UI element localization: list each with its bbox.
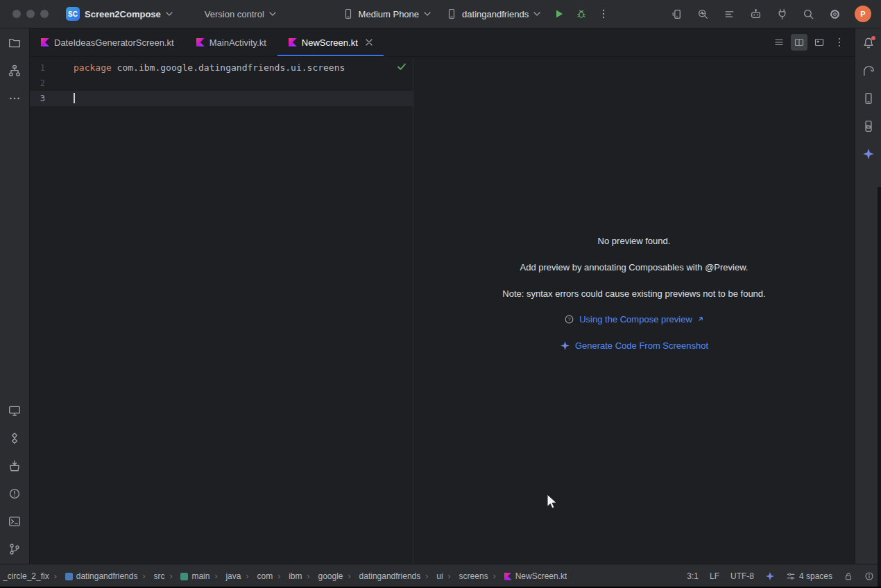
run-configuration-name: datingandfriends bbox=[462, 9, 529, 19]
gemini-tool-button[interactable] bbox=[859, 145, 878, 163]
generate-code-from-screenshot-link[interactable]: Generate Code From Screenshot bbox=[575, 340, 708, 351]
tab-newscreen[interactable]: NewScreen.kt bbox=[277, 28, 384, 56]
project-tool-button[interactable] bbox=[6, 34, 24, 52]
breadcrumb-item[interactable]: ibm bbox=[273, 571, 302, 581]
gemini-assistant-icon bbox=[750, 8, 762, 20]
device-selector[interactable]: Medium Phone bbox=[336, 3, 437, 24]
structure-icon bbox=[8, 64, 21, 77]
minimize-window-button[interactable] bbox=[26, 10, 35, 18]
user-avatar[interactable]: P bbox=[855, 6, 871, 22]
more-tool-windows-button[interactable] bbox=[6, 89, 24, 107]
close-window-button[interactable] bbox=[12, 10, 21, 18]
breadcrumb-item[interactable]: datingandfriends bbox=[49, 571, 138, 581]
code-text[interactable]: package com.ibm.google.datingandfriends.… bbox=[45, 60, 345, 76]
breadcrumb-item[interactable]: src bbox=[137, 571, 164, 581]
design-view-button[interactable] bbox=[811, 34, 828, 51]
tab-dateideasgeneratorscreen[interactable]: DateIdeasGeneratorScreen.kt bbox=[30, 28, 185, 56]
preview-message-note: Note: syntax errors could cause existing… bbox=[413, 287, 855, 300]
tab-label: DateIdeasGeneratorScreen.kt bbox=[54, 37, 174, 48]
gemini-assistant-button[interactable] bbox=[746, 4, 766, 24]
code-line-current[interactable]: 3 bbox=[30, 91, 413, 106]
line-separator-widget[interactable]: LF bbox=[710, 571, 719, 581]
window-edge-strip bbox=[878, 187, 881, 588]
device-manager-tool-button[interactable] bbox=[859, 89, 878, 107]
kotlin-file-icon bbox=[41, 38, 49, 46]
line-number[interactable]: 2 bbox=[30, 76, 45, 91]
gemini-star-icon bbox=[862, 148, 875, 160]
zoom-window-button[interactable] bbox=[40, 10, 49, 18]
code-view-button[interactable] bbox=[771, 34, 787, 51]
breadcrumb-item[interactable]: google bbox=[302, 571, 343, 581]
preview-view-toggles bbox=[771, 28, 848, 56]
version-control-tool-button[interactable] bbox=[6, 540, 24, 558]
breadcrumb-item[interactable]: com bbox=[241, 571, 273, 581]
title-bar: SC Screen2Compose Version control Medium… bbox=[0, 0, 881, 28]
gemini-status-widget[interactable] bbox=[765, 571, 775, 581]
app-module-icon bbox=[446, 8, 457, 19]
search-everywhere-button[interactable] bbox=[799, 4, 819, 24]
device-explorer-tool-button[interactable] bbox=[859, 117, 878, 135]
breadcrumb-item[interactable]: NewScreen.kt bbox=[488, 571, 567, 581]
structure-tool-button[interactable] bbox=[6, 62, 24, 80]
information-widget[interactable] bbox=[864, 571, 874, 581]
run-button[interactable] bbox=[549, 4, 569, 24]
breadcrumb-item[interactable]: _circle_2_fix bbox=[3, 571, 49, 581]
encoding-widget[interactable]: UTF-8 bbox=[730, 571, 754, 581]
gradle-tool-button[interactable] bbox=[859, 62, 878, 80]
tab-mainactivity[interactable]: MainActivity.kt bbox=[185, 28, 277, 56]
editor-options-button[interactable] bbox=[831, 34, 848, 51]
debug-bug-icon bbox=[576, 8, 587, 19]
breadcrumb: _circle_2_fix datingandfriends src main … bbox=[3, 571, 567, 581]
code-line[interactable]: 1 package com.ibm.google.datingandfriend… bbox=[30, 60, 413, 76]
split-view-icon bbox=[794, 37, 805, 48]
package-token: com.ibm.google.datingandfriends.ui.scree… bbox=[112, 62, 345, 73]
line-number[interactable]: 1 bbox=[30, 60, 45, 76]
version-control-menu[interactable]: Version control bbox=[198, 3, 282, 24]
help-icon[interactable]: ? bbox=[564, 314, 574, 325]
android-studio-window: SC Screen2Compose Version control Medium… bbox=[0, 0, 881, 588]
compose-preview-panel: No preview found. Add preview by annotat… bbox=[413, 58, 855, 564]
breadcrumb-item[interactable]: main bbox=[164, 571, 209, 581]
write-access-widget[interactable] bbox=[844, 571, 853, 581]
device-manager-icon bbox=[671, 8, 683, 20]
settings-button[interactable] bbox=[826, 4, 845, 24]
connections-button[interactable] bbox=[773, 4, 792, 24]
project-selector[interactable]: SC Screen2Compose bbox=[60, 3, 179, 24]
project-name: Screen2Compose bbox=[85, 9, 161, 19]
notification-dot bbox=[871, 36, 875, 40]
kotlin-file-icon bbox=[504, 573, 512, 580]
code-editor[interactable]: 1 package com.ibm.google.datingandfriend… bbox=[30, 58, 413, 564]
kebab-menu-icon bbox=[834, 37, 845, 48]
inspections-widget[interactable] bbox=[397, 62, 407, 71]
app-inspection-tool-button[interactable] bbox=[6, 457, 24, 475]
breadcrumb-item[interactable]: ui bbox=[420, 571, 443, 581]
breadcrumb-item[interactable]: java bbox=[209, 571, 241, 581]
compose-preview-help-link[interactable]: Using the Compose preview bbox=[579, 314, 692, 325]
mouse-cursor bbox=[547, 494, 558, 510]
line-number[interactable]: 3 bbox=[30, 91, 45, 106]
plug-icon bbox=[776, 8, 788, 20]
build-variants-tool-button[interactable] bbox=[6, 429, 24, 447]
profiler-button[interactable] bbox=[694, 4, 713, 24]
breadcrumb-item[interactable]: datingandfriends bbox=[343, 571, 421, 581]
source-root-icon bbox=[180, 573, 188, 580]
run-configuration-selector[interactable]: datingandfriends bbox=[440, 3, 547, 24]
code-view-icon bbox=[773, 37, 785, 48]
running-devices-tool-button[interactable] bbox=[6, 401, 24, 420]
code-line[interactable]: 2 bbox=[30, 76, 413, 91]
terminal-tool-button[interactable] bbox=[6, 512, 24, 530]
notifications-button[interactable] bbox=[859, 34, 878, 52]
indent-widget[interactable]: 4 spaces bbox=[786, 571, 832, 581]
editor-area: DateIdeasGeneratorScreen.kt MainActivity… bbox=[30, 28, 855, 564]
caret-position-widget[interactable]: 3:1 bbox=[687, 571, 699, 581]
split-view-button[interactable] bbox=[791, 34, 807, 51]
breadcrumb-item[interactable]: screens bbox=[443, 571, 488, 581]
problems-tool-button[interactable] bbox=[6, 485, 24, 503]
device-manager-button[interactable] bbox=[667, 4, 687, 24]
close-tab-button[interactable] bbox=[366, 39, 373, 46]
more-run-actions-button[interactable] bbox=[594, 4, 613, 24]
terminal-icon bbox=[8, 515, 21, 528]
run-play-icon bbox=[554, 8, 565, 19]
debug-button[interactable] bbox=[572, 4, 591, 24]
logcat-button[interactable] bbox=[720, 4, 739, 24]
